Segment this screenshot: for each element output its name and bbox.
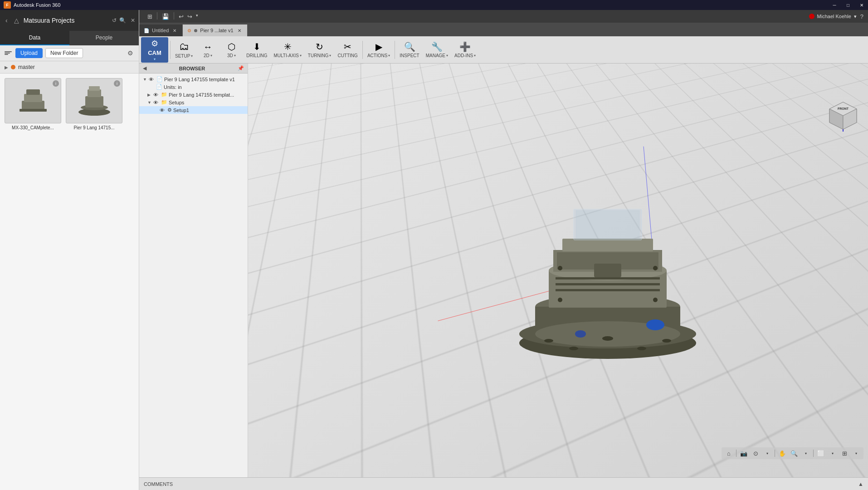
turning-label: TURNING xyxy=(308,53,329,58)
comments-label: COMMENTS xyxy=(144,481,173,487)
undo-button[interactable]: ↩ xyxy=(178,12,185,21)
multiaxis-button[interactable]: ✳ MULTI-AXIS ▾ xyxy=(271,37,304,63)
tree-item-icon: 📄 xyxy=(156,76,163,82)
camera-button[interactable]: 📷 xyxy=(738,448,749,458)
svg-point-24 xyxy=(662,339,671,343)
tree-item-label: Pier 9 Lang 147155 templat... xyxy=(169,92,246,98)
tree-item-eye-icon: 👁 xyxy=(153,92,158,98)
tree-item-root[interactable]: ▼ 👁 📄 Pier 9 Lang 147155 template v1 xyxy=(139,75,248,83)
minimize-button[interactable]: ─ xyxy=(828,0,841,10)
file-info-button[interactable]: i xyxy=(53,80,59,87)
file-item[interactable]: i Pier 9 Lang 14715... xyxy=(66,78,122,130)
pan-button[interactable]: ✋ xyxy=(777,448,788,458)
main-toolbar: ⚙ CAM ▾ 🗂 SETUP ▾ ↔ xyxy=(139,36,868,64)
actions-button[interactable]: ▶ ACTIONS ▾ xyxy=(365,37,393,63)
nav-dropdown-3[interactable]: ▾ xyxy=(827,448,838,458)
tree-expand-arrow[interactable]: ▼ xyxy=(143,77,147,82)
svg-rect-2 xyxy=(26,89,40,95)
setup-button[interactable]: 🗂 SETUP ▾ xyxy=(172,37,195,63)
turning-button[interactable]: ↻ TURNING ▾ xyxy=(305,37,334,63)
svg-rect-19 xyxy=(594,264,621,277)
upload-button[interactable]: Upload xyxy=(15,48,43,58)
grid-view-icon[interactable]: ⊞ xyxy=(146,12,153,21)
manage-button[interactable]: 🔧 MANAGE ▾ xyxy=(423,37,451,63)
nav-dropdown-2[interactable]: ▾ xyxy=(800,448,811,458)
panel-title: Matsuura Projects xyxy=(24,17,109,24)
file-name: MX-330_CAMplete... xyxy=(5,125,61,130)
2d-icon: ↔ xyxy=(203,42,212,52)
nav-separator xyxy=(813,450,814,457)
branch-back-arrow[interactable]: ▶ xyxy=(5,65,8,70)
2d-button[interactable]: ↔ 2D ▾ xyxy=(196,37,219,63)
3d-model xyxy=(503,180,712,361)
tree-item-setups[interactable]: ▼ 👁 📁 Setups xyxy=(139,98,248,106)
close-button[interactable]: ✕ xyxy=(855,0,868,10)
display-settings-button[interactable]: ⊞ xyxy=(839,448,850,458)
orbit-button[interactable]: ⊙ xyxy=(750,448,761,458)
svg-rect-21 xyxy=(576,211,639,239)
undo-redo: ↩ ↪ ▾ xyxy=(178,12,199,21)
back-button[interactable]: ‹ xyxy=(4,15,10,26)
tab-untitled-label: Untitled xyxy=(152,28,169,33)
help-button[interactable]: ? xyxy=(859,12,864,21)
redo-button[interactable]: ↪ xyxy=(186,12,193,21)
separator xyxy=(395,41,395,59)
nav-dropdown-1[interactable]: ▾ xyxy=(762,448,773,458)
tree-item-setup1[interactable]: 👁 ⚙ Setup1 xyxy=(139,106,248,114)
browser-collapse-icon[interactable]: ◀ xyxy=(143,65,146,71)
sort-button[interactable] xyxy=(4,50,13,56)
view-cube[interactable]: FRONT Z xyxy=(827,100,859,132)
tab-bar: 📄 Untitled ✕ ⚙ Pier 9 ...late v1 ✕ xyxy=(139,23,868,36)
tree-item-label: Units: in xyxy=(164,84,246,90)
save-icon[interactable]: 💾 xyxy=(161,12,170,21)
tab-data[interactable]: Data xyxy=(0,31,69,45)
new-folder-button[interactable]: New Folder xyxy=(45,48,83,58)
undo-dropdown[interactable]: ▾ xyxy=(195,12,199,21)
tree-expand-arrow[interactable]: ▶ xyxy=(147,93,152,97)
display-mode-button[interactable]: ⬜ xyxy=(815,448,826,458)
viewport[interactable]: FRONT Z ⌂ 📷 ⊙ ▾ ✋ 🔍 ▾ xyxy=(248,64,868,477)
right-content: ⊞ 💾 ↩ ↪ ▾ Michael Koehle ▾ ? 📄 xyxy=(139,10,868,490)
3d-arrow: ▾ xyxy=(234,54,236,58)
svg-point-27 xyxy=(646,319,664,330)
addins-button[interactable]: ➕ ADD-INS ▾ xyxy=(452,37,478,63)
zoom-button[interactable]: 🔍 xyxy=(789,448,800,458)
maximize-button[interactable]: □ xyxy=(842,0,854,10)
nav-separator xyxy=(736,450,736,457)
user-dropdown[interactable]: ▾ xyxy=(854,14,857,20)
cam-button[interactable]: ⚙ CAM ▾ xyxy=(141,37,168,63)
tab-main-close[interactable]: ✕ xyxy=(236,27,243,34)
menu-bar: ⊞ 💾 ↩ ↪ ▾ Michael Koehle ▾ ? xyxy=(139,10,868,23)
sync-button[interactable]: ↺ xyxy=(112,17,117,24)
close-panel-button[interactable]: ✕ xyxy=(131,17,135,24)
svg-point-25 xyxy=(569,347,578,350)
tree-item-template[interactable]: ▶ 👁 📁 Pier 9 Lang 147155 templat... xyxy=(139,91,248,98)
svg-point-33 xyxy=(653,266,658,270)
nav-dropdown-4[interactable]: ▾ xyxy=(851,448,862,458)
home-view-button[interactable]: ⌂ xyxy=(723,448,734,458)
file-info-button[interactable]: i xyxy=(114,80,120,87)
tab-people[interactable]: People xyxy=(69,31,139,45)
comments-expand-button[interactable]: ▲ xyxy=(858,481,863,487)
drilling-button[interactable]: ⬇ DRILLING xyxy=(244,37,270,63)
3d-button[interactable]: ⬡ 3D ▾ xyxy=(220,37,243,63)
tree-item-units[interactable]: 📄 Units: in xyxy=(139,83,248,91)
tab-untitled[interactable]: 📄 Untitled ✕ xyxy=(139,24,183,36)
tab-untitled-close[interactable]: ✕ xyxy=(171,27,178,34)
tab-main[interactable]: ⚙ Pier 9 ...late v1 ✕ xyxy=(183,24,247,36)
comments-bar: COMMENTS ▲ xyxy=(139,477,868,490)
branch-icon xyxy=(11,65,15,69)
svg-point-35 xyxy=(653,298,658,302)
cutting-button[interactable]: ✂ CUTTING xyxy=(335,37,360,63)
manage-arrow: ▾ xyxy=(446,54,448,58)
inspect-button[interactable]: 🔍 INSPECT xyxy=(397,37,422,63)
file-item[interactable]: i MX-330_CAMplete... xyxy=(5,78,61,130)
settings-button[interactable]: ⚙ xyxy=(126,49,135,58)
app-title: Autodesk Fusion 360 xyxy=(14,2,864,8)
turning-icon: ↻ xyxy=(316,41,323,52)
browser-pin-icon[interactable]: 📌 xyxy=(238,65,244,71)
tree-expand-arrow[interactable]: ▼ xyxy=(147,100,152,105)
tab-main-label: Pier 9 ...late v1 xyxy=(200,28,233,33)
home-button[interactable]: △ xyxy=(12,15,21,26)
search-button[interactable]: 🔍 xyxy=(119,17,126,24)
